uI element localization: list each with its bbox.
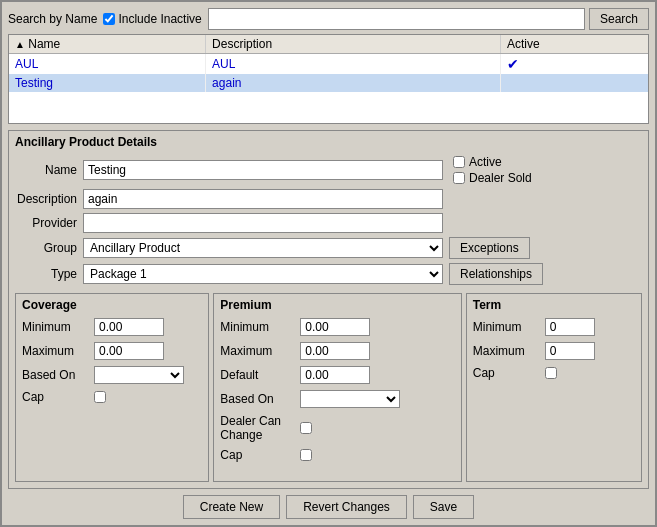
coverage-panel: Coverage Minimum Maximum Based On Cap xyxy=(15,293,209,482)
search-by-name-label: Search by Name xyxy=(8,12,97,26)
premium-minimum-row: Minimum xyxy=(220,318,454,336)
premium-cap-row: Cap xyxy=(220,448,454,462)
checkboxes-right: Active Dealer Sold xyxy=(453,155,532,185)
premium-minimum-label: Minimum xyxy=(220,320,296,334)
relationships-button[interactable]: Relationships xyxy=(449,263,543,285)
coverage-cap-label: Cap xyxy=(22,390,90,404)
table-row[interactable]: Testing again xyxy=(9,74,648,92)
create-new-button[interactable]: Create New xyxy=(183,495,280,519)
description-label: Description xyxy=(15,192,83,206)
premium-default-label: Default xyxy=(220,368,296,382)
premium-default-row: Default xyxy=(220,366,454,384)
coverage-minimum-label: Minimum xyxy=(22,320,90,334)
results-table: ▲ Name Description Active AUL AUL ✔ Test… xyxy=(9,35,648,92)
active-checkbox[interactable] xyxy=(453,156,465,168)
details-panel: Ancillary Product Details Name Active De… xyxy=(8,130,649,489)
coverage-cap-row: Cap xyxy=(22,390,202,404)
premium-maximum-label: Maximum xyxy=(220,344,296,358)
term-cap-row: Cap xyxy=(473,366,635,380)
premium-dealer-can-change-row: Dealer Can Change xyxy=(220,414,454,442)
provider-label: Provider xyxy=(15,216,83,230)
premium-panel: Premium Minimum Maximum Default Based On xyxy=(213,293,461,482)
provider-row: Provider xyxy=(15,213,642,233)
term-maximum-row: Maximum xyxy=(473,342,635,360)
coverage-based-on-row: Based On xyxy=(22,366,202,384)
name-row: Name Active Dealer Sold xyxy=(15,155,642,185)
row-name: AUL xyxy=(9,54,206,75)
premium-dealer-can-change-label: Dealer Can Change xyxy=(220,414,296,442)
include-inactive-wrap: Include Inactive xyxy=(103,12,201,26)
premium-cap-checkbox[interactable] xyxy=(300,449,312,461)
coverage-maximum-label: Maximum xyxy=(22,344,90,358)
row-description: AUL xyxy=(206,54,501,75)
save-button[interactable]: Save xyxy=(413,495,474,519)
premium-based-on-select[interactable] xyxy=(300,390,400,408)
dealer-sold-label: Dealer Sold xyxy=(469,171,532,185)
group-row: Group Ancillary Product Exceptions xyxy=(15,237,642,259)
coverage-based-on-label: Based On xyxy=(22,368,90,382)
premium-minimum-input[interactable] xyxy=(300,318,370,336)
active-checkbox-row: Active xyxy=(453,155,532,169)
active-label: Active xyxy=(469,155,502,169)
row-active: ✔ xyxy=(501,54,648,75)
search-bar: Search by Name Include Inactive Search xyxy=(8,8,649,30)
revert-changes-button[interactable]: Revert Changes xyxy=(286,495,407,519)
name-input[interactable] xyxy=(83,160,443,180)
type-row: Type Package 1 Relationships xyxy=(15,263,642,285)
group-select[interactable]: Ancillary Product xyxy=(83,238,443,258)
row-description: again xyxy=(206,74,501,92)
term-maximum-label: Maximum xyxy=(473,344,541,358)
premium-maximum-input[interactable] xyxy=(300,342,370,360)
coverage-title: Coverage xyxy=(22,298,202,312)
coverage-minimum-input[interactable] xyxy=(94,318,164,336)
term-maximum-input[interactable] xyxy=(545,342,595,360)
search-input-wrap: Search xyxy=(208,8,649,30)
term-title: Term xyxy=(473,298,635,312)
type-select[interactable]: Package 1 xyxy=(83,264,443,284)
dealer-sold-checkbox[interactable] xyxy=(453,172,465,184)
sub-panels-row: Coverage Minimum Maximum Based On Cap xyxy=(15,293,642,482)
sort-arrow: ▲ xyxy=(15,39,25,50)
col-header-active[interactable]: Active xyxy=(501,35,648,54)
coverage-maximum-input[interactable] xyxy=(94,342,164,360)
details-title: Ancillary Product Details xyxy=(15,135,642,149)
dealer-sold-checkbox-row: Dealer Sold xyxy=(453,171,532,185)
premium-dealer-can-change-checkbox[interactable] xyxy=(300,422,312,434)
col-header-description[interactable]: Description xyxy=(206,35,501,54)
term-cap-checkbox[interactable] xyxy=(545,367,557,379)
premium-based-on-label: Based On xyxy=(220,392,296,406)
description-input[interactable] xyxy=(83,189,443,209)
premium-cap-label: Cap xyxy=(220,448,296,462)
coverage-cap-checkbox[interactable] xyxy=(94,391,106,403)
coverage-minimum-row: Minimum xyxy=(22,318,202,336)
premium-default-input[interactable] xyxy=(300,366,370,384)
term-minimum-input[interactable] xyxy=(545,318,595,336)
results-table-wrap: ▲ Name Description Active AUL AUL ✔ Test… xyxy=(8,34,649,124)
include-inactive-checkbox[interactable] xyxy=(103,13,115,25)
coverage-maximum-row: Maximum xyxy=(22,342,202,360)
bottom-bar: Create New Revert Changes Save xyxy=(8,489,649,519)
premium-maximum-row: Maximum xyxy=(220,342,454,360)
search-input[interactable] xyxy=(208,8,585,30)
search-button[interactable]: Search xyxy=(589,8,649,30)
term-cap-label: Cap xyxy=(473,366,541,380)
table-row[interactable]: AUL AUL ✔ xyxy=(9,54,648,75)
exceptions-button[interactable]: Exceptions xyxy=(449,237,530,259)
name-label: Name xyxy=(15,163,83,177)
term-panel: Term Minimum Maximum Cap xyxy=(466,293,642,482)
col-header-name[interactable]: ▲ Name xyxy=(9,35,206,54)
term-minimum-row: Minimum xyxy=(473,318,635,336)
row-name: Testing xyxy=(9,74,206,92)
provider-input[interactable] xyxy=(83,213,443,233)
group-label: Group xyxy=(15,241,83,255)
premium-title: Premium xyxy=(220,298,454,312)
premium-based-on-row: Based On xyxy=(220,390,454,408)
include-inactive-label: Include Inactive xyxy=(118,12,201,26)
term-minimum-label: Minimum xyxy=(473,320,541,334)
coverage-based-on-select[interactable] xyxy=(94,366,184,384)
main-window: Search by Name Include Inactive Search ▲… xyxy=(0,0,657,527)
row-active xyxy=(501,74,648,92)
description-row: Description xyxy=(15,189,642,209)
type-label: Type xyxy=(15,267,83,281)
